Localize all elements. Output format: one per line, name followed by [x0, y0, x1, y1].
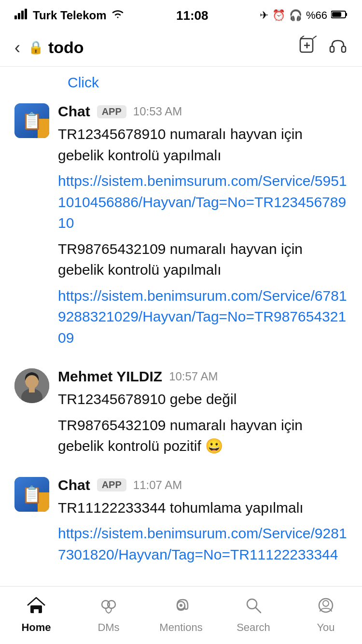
message-link[interactable]: https://sistem.benimsurum.com/Service/59… [58, 170, 348, 234]
svg-rect-2 [21, 11, 24, 19]
channel-title-area: 🔒 todo [28, 38, 84, 57]
message-link[interactable]: https://sistem.benimsurum.com/Service/92… [58, 523, 348, 565]
app-badge: APP [97, 478, 126, 491]
app-badge: APP [97, 105, 126, 118]
location-icon: ✈ [260, 9, 268, 22]
nav-item-mentions[interactable]: Mentions [145, 587, 217, 644]
message-time: 10:53 AM [133, 105, 182, 118]
svg-rect-5 [346, 13, 347, 16]
message-header: Mehmet YILDIZ 10:57 AM [58, 368, 348, 385]
status-carrier-area: Turk Telekom [14, 9, 125, 22]
top-partial-link[interactable]: Click [0, 67, 362, 96]
status-icons: ✈ ⏰ 🎧 %66 [260, 9, 348, 22]
status-bar: Turk Telekom 11:08 ✈ ⏰ 🎧 %66 [0, 0, 362, 29]
message-header: Chat APP 10:53 AM [58, 103, 348, 120]
message-text: TR11122233344 tohumlama yapılmalı [58, 497, 348, 518]
svg-line-29 [256, 608, 261, 613]
you-icon [316, 597, 335, 618]
alarm-icon: ⏰ [272, 9, 285, 22]
nav-label-you: You [317, 621, 334, 634]
svg-rect-0 [14, 15, 17, 19]
bottom-nav: Home DMs Mentions Searc [0, 586, 362, 644]
message-text: TR12345678910 numaralı hayvan için gebel… [58, 124, 348, 166]
svg-point-16 [26, 375, 38, 389]
svg-rect-13 [342, 46, 346, 52]
home-icon [27, 597, 46, 618]
svg-rect-6 [332, 12, 341, 17]
svg-line-9 [313, 36, 317, 39]
message-text: TR98765432109 numaralı hayvan için gebel… [58, 415, 348, 457]
svg-rect-23 [34, 609, 39, 613]
message-content: Chat APP 11:07 AM TR11122233344 tohumlam… [58, 477, 348, 570]
back-button[interactable]: ‹ [14, 38, 20, 58]
message-content: Chat APP 10:53 AM TR12345678910 numaralı… [58, 103, 348, 353]
message-block: Chat APP 11:07 AM TR11122233344 tohumlam… [0, 469, 362, 578]
nav-label-mentions: Mentions [159, 621, 202, 634]
message-link[interactable]: https://sistem.benimsurum.com/Service/67… [58, 285, 348, 349]
sender-name: Chat [58, 103, 90, 120]
carrier-name: Turk Telekom [33, 9, 106, 22]
svg-rect-18 [29, 388, 35, 392]
svg-point-28 [247, 599, 257, 609]
message-block: Chat APP 10:53 AM TR12345678910 numaralı… [0, 96, 362, 361]
nav-label-home: Home [21, 621, 51, 634]
message-block: Mehmet YILDIZ 10:57 AM TR12345678910 geb… [0, 361, 362, 469]
header-left: ‹ 🔒 todo [14, 38, 84, 58]
header: ‹ 🔒 todo [0, 29, 362, 67]
svg-point-31 [323, 601, 329, 606]
battery-icon [331, 9, 348, 22]
message-header: Chat APP 11:07 AM [58, 477, 348, 493]
nav-item-search[interactable]: Search [217, 587, 290, 644]
sender-name: Mehmet YILDIZ [58, 368, 162, 385]
message-content: Mehmet YILDIZ 10:57 AM TR12345678910 geb… [58, 368, 348, 462]
avatar [14, 368, 49, 403]
message-time: 11:07 AM [133, 478, 182, 492]
signal-icon [14, 9, 28, 22]
message-text: TR98765432109 numaralı hayvan için gebel… [58, 238, 348, 280]
svg-point-25 [108, 601, 115, 608]
svg-point-27 [180, 604, 182, 607]
nav-label-search: Search [237, 621, 270, 634]
add-tab-button[interactable] [297, 36, 317, 59]
person-avatar-image [14, 368, 49, 403]
mentions-icon [171, 597, 191, 618]
channel-title: todo [48, 38, 84, 57]
message-time: 10:57 AM [169, 370, 218, 383]
avatar [14, 477, 49, 512]
nav-item-you[interactable]: You [290, 587, 362, 644]
sender-name: Chat [58, 477, 90, 493]
wifi-icon [111, 9, 125, 22]
dms-icon [99, 597, 118, 618]
nav-item-dms[interactable]: DMs [72, 587, 145, 644]
header-right [297, 36, 348, 59]
lock-icon: 🔒 [28, 40, 43, 55]
battery-percent: %66 [306, 9, 327, 22]
chat-area: Click Chat APP 10:53 AM TR12345678910 nu… [0, 67, 362, 587]
svg-rect-1 [18, 13, 20, 19]
svg-rect-12 [330, 46, 334, 52]
headphones-button[interactable] [328, 36, 348, 59]
message-text: TR12345678910 gebe değil [58, 389, 348, 410]
headphone-status-icon: 🎧 [289, 9, 302, 22]
status-time: 11:08 [176, 8, 209, 23]
nav-label-dms: DMs [97, 621, 119, 634]
avatar [14, 103, 49, 138]
nav-item-home[interactable]: Home [0, 587, 72, 644]
svg-rect-3 [25, 9, 27, 19]
search-icon [245, 597, 262, 618]
